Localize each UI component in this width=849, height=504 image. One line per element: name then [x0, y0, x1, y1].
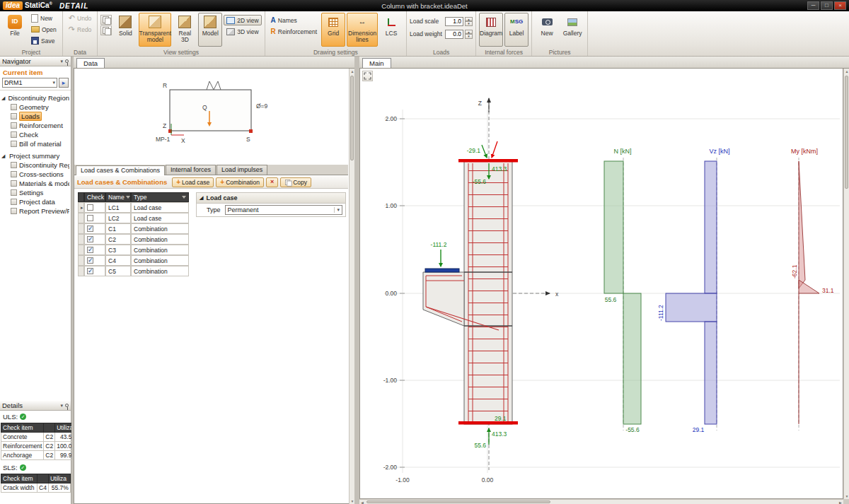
new-picture-button[interactable]: New — [535, 13, 559, 47]
row-selector[interactable] — [78, 245, 84, 255]
tree-item-project-data[interactable]: Project data — [1, 197, 69, 206]
row-type-cell[interactable]: Load case — [131, 213, 189, 223]
file-button[interactable]: File — [3, 13, 27, 47]
tree-item-bill-of-material[interactable]: Bill of material — [1, 139, 69, 148]
dimension-lines-button[interactable]: Dimension lines — [347, 13, 378, 47]
row-type-cell[interactable]: Combination — [131, 266, 189, 276]
table-row[interactable]: ReinforcementC2100.0% — [1, 442, 79, 451]
solid-button[interactable]: Solid — [113, 13, 137, 47]
tree-item-geometry[interactable]: Geometry — [1, 102, 69, 112]
tree-item-reinforcement[interactable]: Reinforcement — [1, 121, 69, 130]
tab-load-cases-combinations[interactable]: Load cases & Combinations — [76, 165, 165, 175]
details-pin-icon[interactable] — [65, 404, 69, 407]
tree-node-discontinuity-region[interactable]: ◢Discontinuity Region — [1, 93, 69, 102]
row-checkbox[interactable] — [87, 204, 93, 211]
copy-view-button-2[interactable] — [100, 25, 112, 35]
row-check-cell[interactable] — [84, 255, 105, 266]
row-check-cell[interactable] — [84, 213, 105, 223]
row-type-cell[interactable]: Combination — [131, 255, 189, 266]
row-checkbox[interactable] — [87, 268, 93, 274]
new-button[interactable]: New — [28, 13, 59, 23]
row-name-cell[interactable]: C3 — [105, 245, 131, 255]
navigator-dropdown-icon[interactable]: ▾ — [60, 59, 63, 64]
reinforcement-toggle[interactable]: Reinforcement — [268, 26, 320, 37]
go-to-item-button[interactable]: ▸ — [59, 78, 69, 88]
row-selector[interactable] — [78, 213, 84, 223]
navigator-pin-icon[interactable] — [65, 59, 69, 63]
row-check-cell[interactable] — [84, 266, 105, 276]
col-name[interactable]: Name — [105, 192, 131, 202]
load-case-type-select[interactable]: Permanent ▾ — [225, 205, 342, 215]
tab-internal-forces[interactable]: Internal forces — [166, 165, 216, 175]
filter-icon[interactable] — [126, 196, 130, 199]
col-type[interactable]: Type — [131, 192, 189, 202]
tree-node-project-summary[interactable]: ◢Project summary — [1, 151, 69, 160]
add-load-case-button[interactable]: +Load case — [172, 177, 214, 187]
real-3d-button[interactable]: Real 3D — [173, 13, 197, 47]
navigator-header[interactable]: Navigator ▾ — [0, 57, 71, 66]
redo-button[interactable]: ↷Redo — [66, 24, 95, 35]
load-scale-input[interactable] — [445, 17, 463, 26]
maximize-button[interactable]: □ — [821, 1, 833, 10]
scroll-right-icon[interactable]: ▶ — [838, 500, 843, 504]
row-checkbox[interactable] — [87, 215, 93, 221]
row-selector[interactable] — [78, 234, 84, 245]
model-button[interactable]: Model — [198, 13, 222, 47]
row-selector[interactable] — [78, 255, 84, 266]
row-checkbox[interactable] — [87, 247, 93, 253]
tree-item-summary-discontinuity-region[interactable]: Discontinuity Region — [1, 160, 69, 170]
tree-item-loads[interactable]: Loads — [1, 112, 69, 121]
undo-button[interactable]: ↶Undo — [66, 13, 95, 23]
open-button[interactable]: Open — [28, 24, 59, 35]
row-name-cell[interactable]: C4 — [105, 255, 131, 266]
scroll-down-icon[interactable]: ▼ — [844, 493, 849, 499]
row-selector[interactable] — [78, 223, 84, 234]
tree-item-settings[interactable]: Settings — [1, 188, 69, 197]
view-2d-button[interactable]: 2D view — [224, 15, 261, 25]
scrollbar-thumb[interactable] — [366, 500, 550, 503]
row-name-cell[interactable]: C5 — [105, 266, 131, 276]
close-button[interactable]: × — [834, 1, 846, 10]
row-name-cell[interactable]: LC2 — [105, 213, 131, 223]
row-name-cell[interactable]: C2 — [105, 234, 131, 245]
grid-button[interactable]: Grid — [321, 13, 345, 47]
expander-icon[interactable]: ◢ — [200, 195, 203, 201]
details-dropdown-icon[interactable]: ▾ — [60, 403, 63, 409]
diagram-button[interactable]: Diagram — [479, 13, 503, 47]
tab-load-impulses[interactable]: Load impulses — [216, 165, 267, 175]
load-scale-stepper[interactable]: ▲▼ — [465, 17, 473, 26]
tab-data[interactable]: Data — [76, 58, 105, 68]
row-check-cell[interactable] — [84, 234, 105, 245]
current-item-select[interactable]: DRM1 ▾ — [2, 78, 57, 88]
expander-icon[interactable]: ◢ — [1, 95, 6, 101]
load-weight-input[interactable] — [445, 30, 463, 39]
row-check-cell[interactable] — [84, 202, 105, 213]
col-check[interactable]: Check — [84, 192, 105, 202]
main-vertical-scrollbar[interactable]: ▲ ▼ — [843, 69, 849, 499]
scroll-up-icon[interactable]: ▲ — [844, 69, 849, 74]
delete-button[interactable]: × — [266, 177, 278, 187]
drawing-canvas[interactable]: 2.00 1.00 0.00 -1.00 -2.00 -1.00 0.00 Z … — [359, 69, 843, 499]
data-panel-scrollbar[interactable]: ▲ ▼ — [349, 69, 354, 504]
view-3d-button[interactable]: 3D view — [224, 26, 261, 37]
lcs-button[interactable]: LCS — [379, 13, 403, 47]
details-header[interactable]: Details ▾ — [0, 401, 71, 411]
splitter-data-main[interactable] — [354, 57, 359, 504]
row-selector[interactable]: ▸ — [78, 202, 84, 213]
scrollbar-thumb[interactable] — [350, 76, 354, 160]
main-horizontal-scrollbar[interactable]: ◀ ▶ — [359, 499, 843, 504]
row-check-cell[interactable] — [84, 223, 105, 234]
tree-item-check[interactable]: Check — [1, 130, 69, 139]
expander-icon[interactable]: ◢ — [1, 153, 7, 159]
table-row[interactable]: Crack widthC455.7% — [1, 484, 71, 493]
filter-icon[interactable] — [182, 196, 186, 199]
copy-view-button[interactable] — [100, 15, 112, 25]
row-type-cell[interactable]: Combination — [131, 245, 189, 255]
row-name-cell[interactable]: LC1 — [105, 202, 131, 213]
row-type-cell[interactable]: Load case — [131, 202, 189, 213]
label-button[interactable]: Label — [504, 13, 529, 47]
row-checkbox[interactable] — [87, 236, 93, 242]
row-type-cell[interactable]: Combination — [131, 223, 189, 234]
tree-item-cross-sections[interactable]: Cross-sections — [1, 170, 69, 179]
properties-group-header[interactable]: ◢ Load case — [197, 193, 345, 204]
